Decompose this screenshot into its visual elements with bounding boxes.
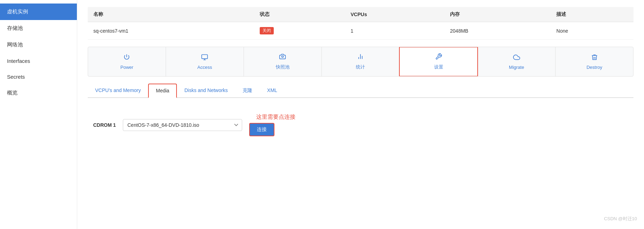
vm-memory: 2048MB	[444, 22, 551, 40]
col-header-memory: 内存	[444, 7, 551, 22]
action-access[interactable]: Access	[166, 47, 244, 76]
action-power[interactable]: Power	[88, 47, 166, 76]
tab-clone[interactable]: 克隆	[235, 84, 260, 97]
stats-icon	[357, 53, 364, 62]
sidebar-item-storage-pool[interactable]: 存储池	[0, 20, 77, 37]
status-badge: 关闭	[260, 27, 274, 34]
annotation-text: 这里需要点连接	[256, 113, 296, 121]
svg-rect-0	[202, 54, 208, 59]
cdrom-label: CDROM 1	[88, 122, 116, 128]
destroy-icon	[591, 54, 598, 63]
action-bar: Power Access 快照池	[88, 47, 633, 77]
col-header-vcpus: VCPUs	[345, 7, 444, 22]
action-stats[interactable]: 统计	[322, 47, 400, 76]
tab-xml[interactable]: XML	[260, 84, 285, 97]
action-destroy-label: Destroy	[586, 65, 602, 70]
action-migrate[interactable]: Migrate	[478, 47, 556, 76]
action-snapshot[interactable]: 快照池	[244, 47, 322, 76]
power-icon	[123, 54, 130, 63]
action-settings[interactable]: 设置	[399, 47, 478, 77]
settings-icon	[435, 53, 442, 62]
vm-vcpus: 1	[345, 22, 444, 40]
action-settings-label: 设置	[434, 64, 443, 70]
action-power-label: Power	[120, 65, 133, 70]
sidebar-item-secrets[interactable]: Secrets	[0, 69, 77, 85]
access-icon	[201, 54, 208, 63]
sidebar-item-interfaces[interactable]: Interfaces	[0, 53, 77, 69]
tab-media[interactable]: Media	[148, 84, 177, 98]
vm-description: None	[551, 22, 633, 40]
action-migrate-label: Migrate	[509, 65, 524, 70]
snapshot-icon	[279, 53, 286, 62]
table-row: sq-centos7-vm1 关闭 1 2048MB None	[88, 22, 633, 40]
action-stats-label: 统计	[356, 64, 365, 70]
sidebar-item-overview[interactable]: 概览	[0, 85, 77, 101]
col-header-name: 名称	[88, 7, 254, 22]
migrate-icon	[513, 54, 520, 63]
tab-vcpu-memory[interactable]: VCPU's and Memory	[88, 84, 148, 97]
tab-bar: VCPU's and Memory Media Disks and Networ…	[88, 84, 633, 98]
sidebar-item-network-pool[interactable]: 网络池	[0, 37, 77, 53]
vm-name: sq-centos7-vm1	[88, 22, 254, 40]
watermark: CSDN @时迁10	[604, 216, 637, 222]
sidebar: 虚机实例 存储池 网络池 Interfaces Secrets 概览	[0, 0, 77, 229]
vm-status: 关闭	[254, 22, 345, 40]
main-content: 名称 状态 VCPUs 内存 描述 sq-centos7-vm1 关闭 1 20…	[77, 0, 644, 229]
cdrom-select[interactable]: CentOS-7-x86_64-DVD-1810.iso	[123, 119, 242, 131]
vm-table: 名称 状态 VCPUs 内存 描述 sq-centos7-vm1 关闭 1 20…	[88, 7, 633, 40]
sidebar-item-vm-instances[interactable]: 虚机实例	[0, 4, 77, 20]
col-header-desc: 描述	[551, 7, 633, 22]
action-snapshot-label: 快照池	[276, 64, 290, 70]
svg-point-1	[282, 56, 284, 58]
connect-button[interactable]: 连接	[249, 123, 274, 136]
action-destroy[interactable]: Destroy	[556, 47, 633, 76]
action-access-label: Access	[197, 65, 212, 70]
cdrom-section: CDROM 1 CentOS-7-x86_64-DVD-1810.iso 这里需…	[88, 106, 633, 143]
col-header-status: 状态	[254, 7, 345, 22]
tab-disks-networks[interactable]: Disks and Networks	[177, 84, 235, 97]
